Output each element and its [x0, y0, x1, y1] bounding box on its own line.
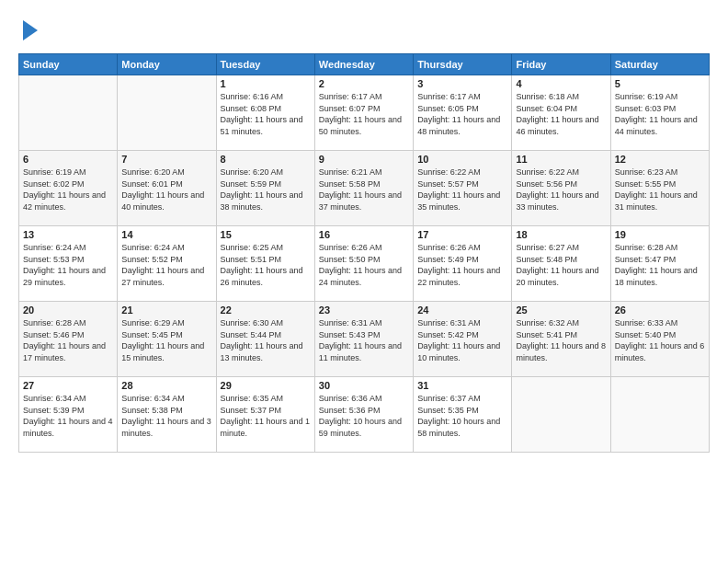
calendar-header-friday: Friday: [512, 54, 610, 75]
day-info: Sunrise: 6:34 AMSunset: 5:39 PMDaylight:…: [23, 393, 113, 439]
calendar-week-3: 13Sunrise: 6:24 AMSunset: 5:53 PMDayligh…: [19, 226, 710, 302]
calendar-cell: 29Sunrise: 6:35 AMSunset: 5:37 PMDayligh…: [216, 377, 314, 453]
calendar-header-row: SundayMondayTuesdayWednesdayThursdayFrid…: [19, 54, 710, 75]
day-number: 12: [615, 154, 705, 165]
day-info: Sunrise: 6:25 AMSunset: 5:51 PMDaylight:…: [221, 242, 311, 288]
day-number: 20: [23, 304, 113, 316]
day-info: Sunrise: 6:26 AMSunset: 5:50 PMDaylight:…: [319, 242, 409, 288]
calendar-header-thursday: Thursday: [414, 54, 512, 75]
day-info: Sunrise: 6:24 AMSunset: 5:52 PMDaylight:…: [121, 242, 211, 288]
calendar-week-2: 6Sunrise: 6:19 AMSunset: 6:02 PMDaylight…: [19, 151, 710, 226]
svg-marker-0: [23, 20, 38, 40]
calendar-table: SundayMondayTuesdayWednesdayThursdayFrid…: [18, 53, 710, 453]
day-info: Sunrise: 6:29 AMSunset: 5:45 PMDaylight:…: [121, 317, 211, 363]
day-number: 27: [23, 380, 113, 391]
calendar-week-5: 27Sunrise: 6:34 AMSunset: 5:39 PMDayligh…: [19, 377, 710, 453]
day-info: Sunrise: 6:21 AMSunset: 5:58 PMDaylight:…: [319, 167, 409, 213]
day-info: Sunrise: 6:19 AMSunset: 6:03 PMDaylight:…: [615, 91, 705, 137]
calendar-cell: 10Sunrise: 6:22 AMSunset: 5:57 PMDayligh…: [414, 151, 512, 226]
day-info: Sunrise: 6:28 AMSunset: 5:46 PMDaylight:…: [23, 317, 113, 363]
day-info: Sunrise: 6:22 AMSunset: 5:56 PMDaylight:…: [516, 167, 606, 213]
day-info: Sunrise: 6:17 AMSunset: 6:05 PMDaylight:…: [417, 91, 507, 137]
calendar-cell: 25Sunrise: 6:32 AMSunset: 5:41 PMDayligh…: [512, 302, 610, 377]
day-number: 10: [417, 154, 507, 165]
calendar-cell: 7Sunrise: 6:20 AMSunset: 6:01 PMDaylight…: [118, 151, 216, 226]
day-number: 25: [516, 304, 606, 316]
day-number: 19: [615, 229, 705, 240]
day-info: Sunrise: 6:23 AMSunset: 5:55 PMDaylight:…: [615, 167, 705, 213]
day-number: 3: [417, 78, 507, 89]
calendar-cell: 23Sunrise: 6:31 AMSunset: 5:43 PMDayligh…: [314, 302, 413, 377]
calendar-cell: 22Sunrise: 6:30 AMSunset: 5:44 PMDayligh…: [216, 302, 314, 377]
day-info: Sunrise: 6:30 AMSunset: 5:44 PMDaylight:…: [221, 317, 311, 363]
calendar-cell: 6Sunrise: 6:19 AMSunset: 6:02 PMDaylight…: [19, 151, 118, 226]
calendar-cell: 18Sunrise: 6:27 AMSunset: 5:48 PMDayligh…: [512, 226, 610, 302]
day-number: 14: [121, 229, 211, 240]
calendar-cell: 3Sunrise: 6:17 AMSunset: 6:05 PMDaylight…: [414, 75, 512, 151]
day-number: 21: [121, 304, 211, 316]
day-number: 29: [221, 380, 311, 391]
day-number: 6: [23, 154, 113, 165]
calendar-cell: [512, 377, 610, 453]
calendar-cell: [19, 75, 118, 151]
day-number: 2: [319, 78, 409, 89]
logo: [18, 17, 38, 44]
day-number: 17: [417, 229, 507, 240]
calendar-header-tuesday: Tuesday: [216, 54, 314, 75]
day-number: 18: [516, 229, 606, 240]
header: [18, 17, 710, 44]
day-info: Sunrise: 6:20 AMSunset: 5:59 PMDaylight:…: [221, 167, 311, 213]
calendar-cell: 20Sunrise: 6:28 AMSunset: 5:46 PMDayligh…: [19, 302, 118, 377]
calendar-week-4: 20Sunrise: 6:28 AMSunset: 5:46 PMDayligh…: [19, 302, 710, 377]
day-number: 13: [23, 229, 113, 240]
calendar-cell: 30Sunrise: 6:36 AMSunset: 5:36 PMDayligh…: [314, 377, 413, 453]
day-info: Sunrise: 6:35 AMSunset: 5:37 PMDaylight:…: [221, 393, 311, 439]
day-info: Sunrise: 6:33 AMSunset: 5:40 PMDaylight:…: [615, 317, 705, 363]
calendar-header-sunday: Sunday: [19, 54, 118, 75]
calendar-header-wednesday: Wednesday: [314, 54, 413, 75]
day-info: Sunrise: 6:18 AMSunset: 6:04 PMDaylight:…: [516, 91, 606, 137]
calendar-cell: 4Sunrise: 6:18 AMSunset: 6:04 PMDaylight…: [512, 75, 610, 151]
calendar-cell: [610, 377, 709, 453]
calendar-cell: 21Sunrise: 6:29 AMSunset: 5:45 PMDayligh…: [118, 302, 216, 377]
calendar-cell: 9Sunrise: 6:21 AMSunset: 5:58 PMDaylight…: [314, 151, 413, 226]
day-number: 11: [516, 154, 606, 165]
day-number: 9: [319, 154, 409, 165]
day-number: 15: [221, 229, 311, 240]
calendar-cell: 2Sunrise: 6:17 AMSunset: 6:07 PMDaylight…: [314, 75, 413, 151]
day-info: Sunrise: 6:36 AMSunset: 5:36 PMDaylight:…: [319, 393, 409, 439]
calendar-cell: 1Sunrise: 6:16 AMSunset: 6:08 PMDaylight…: [216, 75, 314, 151]
calendar-header-monday: Monday: [118, 54, 216, 75]
day-number: 8: [221, 154, 311, 165]
day-number: 23: [319, 304, 409, 316]
calendar-cell: 28Sunrise: 6:34 AMSunset: 5:38 PMDayligh…: [118, 377, 216, 453]
day-number: 28: [121, 380, 211, 391]
calendar-cell: 24Sunrise: 6:31 AMSunset: 5:42 PMDayligh…: [414, 302, 512, 377]
calendar-cell: 15Sunrise: 6:25 AMSunset: 5:51 PMDayligh…: [216, 226, 314, 302]
day-number: 4: [516, 78, 606, 89]
day-info: Sunrise: 6:17 AMSunset: 6:07 PMDaylight:…: [319, 91, 409, 137]
calendar-cell: 26Sunrise: 6:33 AMSunset: 5:40 PMDayligh…: [610, 302, 709, 377]
calendar-cell: 16Sunrise: 6:26 AMSunset: 5:50 PMDayligh…: [314, 226, 413, 302]
day-info: Sunrise: 6:27 AMSunset: 5:48 PMDaylight:…: [516, 242, 606, 288]
day-number: 5: [615, 78, 705, 89]
calendar-cell: 27Sunrise: 6:34 AMSunset: 5:39 PMDayligh…: [19, 377, 118, 453]
day-info: Sunrise: 6:19 AMSunset: 6:02 PMDaylight:…: [23, 167, 113, 213]
day-info: Sunrise: 6:34 AMSunset: 5:38 PMDaylight:…: [121, 393, 211, 439]
calendar-cell: 14Sunrise: 6:24 AMSunset: 5:52 PMDayligh…: [118, 226, 216, 302]
calendar-cell: [118, 75, 216, 151]
calendar-cell: 12Sunrise: 6:23 AMSunset: 5:55 PMDayligh…: [610, 151, 709, 226]
day-info: Sunrise: 6:26 AMSunset: 5:49 PMDaylight:…: [417, 242, 507, 288]
day-number: 24: [417, 304, 507, 316]
day-info: Sunrise: 6:37 AMSunset: 5:35 PMDaylight:…: [417, 393, 507, 439]
day-info: Sunrise: 6:24 AMSunset: 5:53 PMDaylight:…: [23, 242, 113, 288]
calendar-cell: 31Sunrise: 6:37 AMSunset: 5:35 PMDayligh…: [414, 377, 512, 453]
calendar-cell: 17Sunrise: 6:26 AMSunset: 5:49 PMDayligh…: [414, 226, 512, 302]
logo-flag-icon: [23, 20, 38, 40]
calendar-cell: 13Sunrise: 6:24 AMSunset: 5:53 PMDayligh…: [19, 226, 118, 302]
day-number: 30: [319, 380, 409, 391]
calendar-cell: 11Sunrise: 6:22 AMSunset: 5:56 PMDayligh…: [512, 151, 610, 226]
day-info: Sunrise: 6:31 AMSunset: 5:43 PMDaylight:…: [319, 317, 409, 363]
day-info: Sunrise: 6:31 AMSunset: 5:42 PMDaylight:…: [417, 317, 507, 363]
calendar-week-1: 1Sunrise: 6:16 AMSunset: 6:08 PMDaylight…: [19, 75, 710, 151]
